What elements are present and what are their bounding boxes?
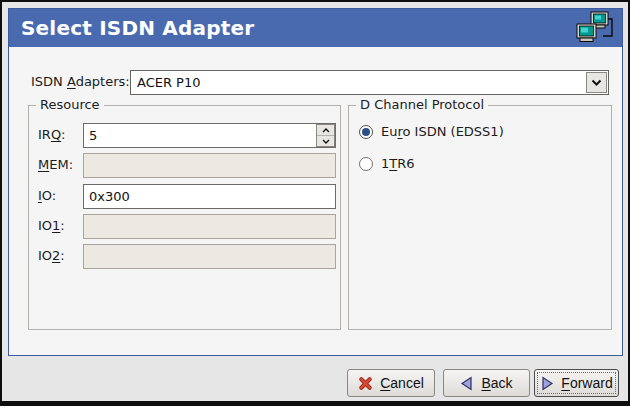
irq-input[interactable] bbox=[83, 123, 336, 148]
network-computers-icon bbox=[576, 11, 614, 45]
io2-label: IO2: bbox=[38, 248, 65, 263]
radio-button-icon[interactable] bbox=[359, 157, 373, 171]
mem-input bbox=[83, 153, 336, 178]
forward-arrow-icon bbox=[540, 376, 554, 391]
radio-euro-isdn-label: Euro ISDN (EDSS1) bbox=[381, 124, 504, 139]
dialog-content: ISDN Adapters: ACER P10 Resource IRQ: bbox=[9, 47, 622, 355]
irq-spin-field bbox=[83, 123, 336, 148]
back-arrow-icon bbox=[460, 376, 474, 391]
radio-euro-isdn[interactable]: Euro ISDN (EDSS1) bbox=[359, 124, 504, 139]
spin-up-button[interactable] bbox=[317, 125, 334, 136]
irq-spinner bbox=[316, 124, 335, 147]
back-button[interactable]: Back bbox=[443, 369, 530, 397]
dialog-background: Select ISDN Adapter bbox=[2, 2, 628, 401]
title-bar: Select ISDN Adapter bbox=[9, 9, 622, 47]
cancel-button-label: Cancel bbox=[380, 375, 424, 391]
resource-group: Resource IRQ: bbox=[28, 105, 341, 330]
cancel-button[interactable]: Cancel bbox=[347, 369, 435, 397]
forward-button[interactable]: Forward bbox=[534, 369, 619, 397]
spin-down-button[interactable] bbox=[317, 136, 334, 146]
io1-label: IO1: bbox=[38, 218, 65, 233]
io2-input bbox=[83, 244, 336, 269]
chevron-down-icon bbox=[591, 79, 602, 86]
io1-input bbox=[83, 214, 336, 239]
caret-down-icon bbox=[322, 139, 330, 144]
resource-group-title: Resource bbox=[36, 97, 104, 112]
combobox-dropdown-button[interactable] bbox=[586, 72, 607, 93]
caret-up-icon bbox=[322, 128, 330, 133]
radio-button-icon[interactable] bbox=[359, 125, 373, 139]
forward-button-label: Forward bbox=[561, 375, 612, 391]
radio-1tr6-label: 1TR6 bbox=[381, 156, 415, 171]
mem-label: MEM: bbox=[38, 157, 73, 172]
dchannel-group-title: D Channel Protocol bbox=[356, 97, 488, 112]
irq-label: IRQ: bbox=[38, 127, 66, 142]
dchannel-group: D Channel Protocol Euro ISDN (EDSS1) 1TR… bbox=[348, 105, 612, 330]
dialog-window: Select ISDN Adapter bbox=[0, 0, 630, 406]
cancel-x-icon bbox=[358, 376, 373, 391]
combobox-value: ACER P10 bbox=[131, 75, 608, 90]
io-label: IO: bbox=[38, 188, 56, 203]
radio-1tr6[interactable]: 1TR6 bbox=[359, 156, 415, 171]
isdn-adapters-label: ISDN Adapters: bbox=[31, 74, 130, 89]
isdn-adapter-combobox[interactable]: ACER P10 bbox=[130, 70, 609, 95]
wizard-panel: Select ISDN Adapter bbox=[8, 8, 623, 356]
io-input[interactable] bbox=[83, 184, 336, 209]
page-title: Select ISDN Adapter bbox=[21, 16, 254, 40]
back-button-label: Back bbox=[481, 375, 512, 391]
